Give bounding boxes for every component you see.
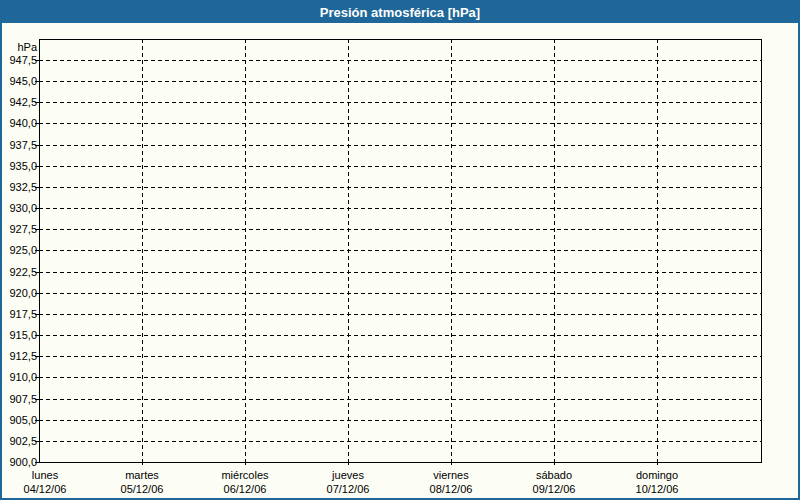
y-tick-label: 942,5 [2,95,37,109]
x-date-label: 10/12/06 [605,482,709,496]
x-day-label: lunes [0,468,97,482]
y-tick-label: 937,5 [2,138,37,152]
x-date-label: 04/12/06 [0,482,97,496]
x-day-label: domingo [605,468,709,482]
y-tick-label: 927,5 [2,222,37,236]
y-tick-label: 940,0 [2,116,37,130]
x-date-label: 09/12/06 [502,482,606,496]
x-date-label: 06/12/06 [193,482,297,496]
y-tick-label: 932,5 [2,180,37,194]
y-tick-label: 907,5 [2,392,37,406]
pressure-chart-window: Presión atmosférica [hPa] hPa 947,5945,0… [0,0,800,500]
y-tick-label: 945,0 [2,74,37,88]
y-tick-label: 900,0 [2,455,37,469]
plot-grid [2,2,798,498]
x-day-label: miércoles [193,468,297,482]
x-day-label: sábado [502,468,606,482]
x-date-label: 07/12/06 [296,482,400,496]
y-tick-label: 915,0 [2,328,37,342]
y-tick-label: 925,0 [2,243,37,257]
x-day-label: jueves [296,468,400,482]
y-tick-label: 917,5 [2,307,37,321]
y-tick-label: 905,0 [2,413,37,427]
x-day-label: martes [90,468,194,482]
y-tick-label: 935,0 [2,159,37,173]
pressure-chart: hPa 947,5945,0942,5940,0937,5935,0932,59… [2,2,798,498]
y-tick-label: 902,5 [2,434,37,448]
y-axis-unit-label: hPa [2,40,37,54]
y-tick-label: 920,0 [2,286,37,300]
x-date-label: 05/12/06 [90,482,194,496]
x-day-label: viernes [399,468,503,482]
y-tick-label: 912,5 [2,349,37,363]
x-date-label: 08/12/06 [399,482,503,496]
y-tick-label: 922,5 [2,265,37,279]
y-tick-label: 947,5 [2,53,37,67]
y-tick-label: 910,0 [2,370,37,384]
y-tick-label: 930,0 [2,201,37,215]
